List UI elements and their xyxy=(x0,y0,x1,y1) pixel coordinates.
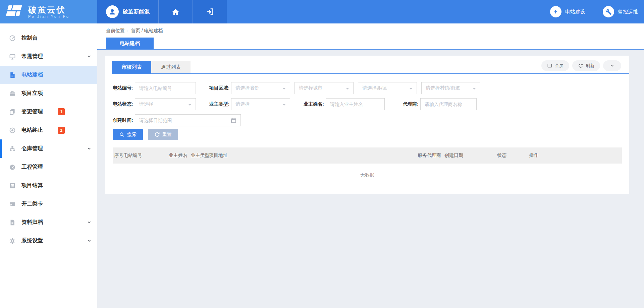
province-select[interactable]: 请选择省份 xyxy=(231,82,290,94)
county-select[interactable]: 请选择县/区 xyxy=(358,82,417,94)
sidebar-item-label: 项目立项 xyxy=(21,90,43,97)
header-dark-group: 破茧新能源 xyxy=(97,0,227,23)
panel-card: 审核列表 通过列表 全屏 刷新 xyxy=(105,56,629,194)
wrench-icon xyxy=(603,6,614,17)
header-right: 电站建设 监控运维 xyxy=(227,0,644,23)
field-label: 业主姓名: xyxy=(304,101,324,107)
module-label: 监控运维 xyxy=(618,9,638,15)
sidebar-item-project-initiation[interactable]: 项目立项 xyxy=(0,84,97,103)
sidebar-item-label: 项目结算 xyxy=(21,182,43,189)
col-seq: 序号 xyxy=(114,152,123,159)
sitemap-icon xyxy=(9,145,16,152)
filter-station-no: 电站编号: xyxy=(113,82,196,94)
document-icon xyxy=(9,72,16,78)
col-project-address: 项目地址 xyxy=(209,152,418,159)
breadcrumb-home-link[interactable]: 首页 xyxy=(131,28,140,33)
search-icon xyxy=(119,132,125,137)
agent-input[interactable] xyxy=(425,102,472,107)
reset-icon xyxy=(154,132,160,137)
user-menu[interactable]: 破茧新能源 xyxy=(97,0,158,23)
sidebar-item-console[interactable]: 控制台 xyxy=(0,29,97,47)
field-label: 代理商: xyxy=(403,101,419,107)
filter-region: 项目区域: 请选择省份 请选择城市 请选择县/区 请选择村镇/ xyxy=(209,82,481,94)
sidebar-item-label: 仓库管理 xyxy=(21,145,43,152)
field-label: 业主类型: xyxy=(209,101,230,107)
sidebar-item-label: 开二类卡 xyxy=(21,200,43,207)
panel-head: 审核列表 通过列表 全屏 刷新 xyxy=(112,56,629,74)
station-no-input[interactable] xyxy=(139,85,192,91)
sidebar-item-warehouse-mgmt[interactable]: 仓库管理 xyxy=(0,139,97,158)
page-tab-station-archive[interactable]: 电站建档 xyxy=(106,38,154,49)
sidebar-item-project-settlement[interactable]: 项目结算 xyxy=(0,176,97,195)
filter-owner-type: 业主类型: 请选择 xyxy=(209,98,290,110)
sidebar-item-label: 常规管理 xyxy=(21,53,43,60)
calendar-icon xyxy=(230,117,237,124)
panel-tabs: 审核列表 通过列表 xyxy=(112,61,191,73)
sidebar-item-open-card[interactable]: 开二类卡 xyxy=(0,195,97,213)
city-select[interactable]: 请选择城市 xyxy=(294,82,354,94)
sidebar-item-system-settings[interactable]: 系统设置 xyxy=(0,232,97,250)
breadcrumb-prefix: 当前位置： xyxy=(106,28,129,33)
app-header: 破茧云伏 Po Jian Yun Fu 破茧新能源 xyxy=(0,0,644,23)
home-button[interactable] xyxy=(158,0,193,23)
col-service-agent: 服务代理商 xyxy=(418,152,444,159)
station-status-select[interactable]: 请选择 xyxy=(135,98,196,110)
results-table: 序号 电站编号 业主姓名 业主类型 项目地址 服务代理商 创建日期 状态 操作 … xyxy=(113,147,622,180)
calculator-icon xyxy=(9,182,16,189)
owner-type-select[interactable]: 请选择 xyxy=(231,98,290,110)
date-range-input[interactable] xyxy=(139,118,228,123)
logout-button[interactable] xyxy=(193,0,227,23)
exit-icon xyxy=(206,7,214,16)
fullscreen-button[interactable]: 全屏 xyxy=(541,60,569,71)
gear-icon xyxy=(9,238,16,244)
sidebar-item-change-mgmt[interactable]: 变更管理 1 xyxy=(0,103,97,121)
breadcrumb-separator: / xyxy=(142,28,143,33)
tab-passed-list[interactable]: 通过列表 xyxy=(151,61,191,73)
search-button[interactable]: 搜索 xyxy=(113,129,143,140)
filter-form: 电站编号: 项目区域: 请选择省份 请选择城市 xyxy=(105,74,629,126)
sidebar-item-general-mgmt[interactable]: 常规管理 xyxy=(0,47,97,66)
filter-row-3: 创建时间: xyxy=(113,114,629,126)
sidebar-item-label: 系统设置 xyxy=(21,237,43,244)
sidebar-item-data-archive[interactable]: 资料归档 xyxy=(0,213,97,232)
briefcase-icon xyxy=(9,90,16,97)
owner-name-input[interactable] xyxy=(330,102,380,107)
collapse-button[interactable] xyxy=(603,60,621,71)
sidebar-item-engineering-mgmt[interactable]: 工程管理 xyxy=(0,158,97,176)
col-status: 状态 xyxy=(497,152,529,159)
empty-placeholder: 无数据 xyxy=(113,164,622,180)
col-actions: 操作 xyxy=(529,152,622,159)
col-station-no: 电站编号 xyxy=(123,152,169,159)
brand-logo: 破茧云伏 Po Jian Yun Fu xyxy=(0,0,97,23)
chevron-down-icon xyxy=(609,63,615,68)
filter-row-1: 电站编号: 项目区域: 请选择省份 请选择城市 xyxy=(113,82,629,94)
module-station-build[interactable]: 电站建设 xyxy=(550,6,585,17)
sidebar-item-station-archive[interactable]: 电站建档 xyxy=(0,66,97,84)
agent-input-wrap xyxy=(420,98,477,110)
sidebar-item-label: 资料归档 xyxy=(21,219,43,226)
field-label: 电站状态: xyxy=(113,101,133,107)
avatar xyxy=(106,5,119,18)
filter-created-time: 创建时间: xyxy=(113,114,241,126)
breadcrumb-current: 电站建档 xyxy=(144,28,163,33)
lightning-icon xyxy=(550,6,561,17)
refresh-button[interactable]: 刷新 xyxy=(572,60,600,71)
gauge-icon xyxy=(9,164,16,171)
filter-station-status: 电站状态: 请选择 xyxy=(113,98,196,110)
brand-logo-icon xyxy=(6,5,23,19)
sidebar-item-station-terminate[interactable]: 电站终止 1 xyxy=(0,121,97,139)
sidebar-item-label: 电站建档 xyxy=(21,71,43,78)
sidebar-item-label: 变更管理 xyxy=(21,108,43,115)
chevron-down-icon xyxy=(87,238,92,243)
notification-badge: 1 xyxy=(58,127,65,134)
tab-review-list[interactable]: 审核列表 xyxy=(112,61,151,73)
reset-button[interactable]: 重置 xyxy=(148,129,178,140)
sidebar-item-label: 工程管理 xyxy=(21,164,43,171)
module-label: 电站建设 xyxy=(565,9,585,15)
user-icon xyxy=(108,8,116,16)
date-range-picker[interactable] xyxy=(135,114,241,126)
tenant-name: 破茧新能源 xyxy=(123,8,150,15)
station-no-input-wrap xyxy=(135,82,196,94)
village-select[interactable]: 请选择村镇/街道 xyxy=(421,82,480,94)
module-monitor-ops[interactable]: 监控运维 xyxy=(603,6,638,17)
